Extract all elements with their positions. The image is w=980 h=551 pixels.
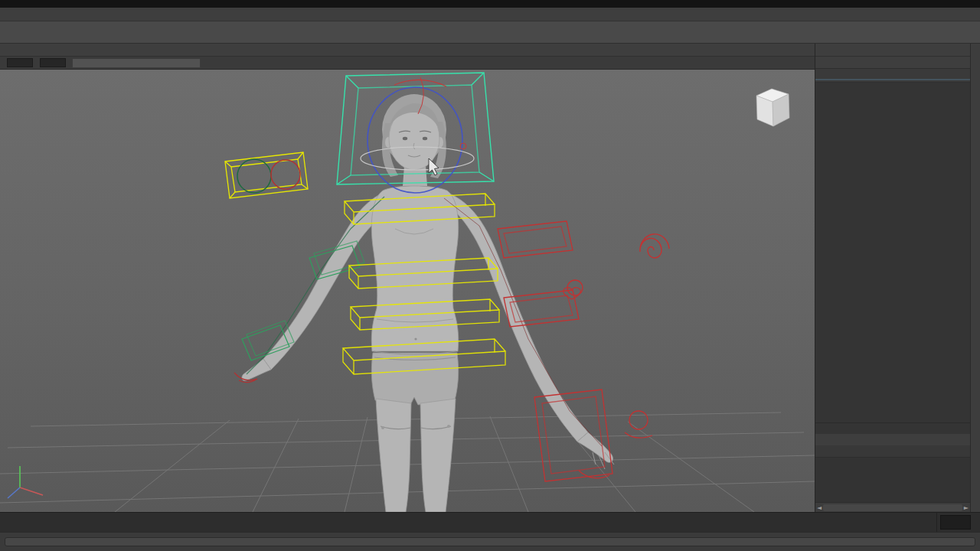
gamma-field-group (38, 58, 66, 67)
playback-controls (974, 513, 980, 532)
scroll-right-icon[interactable]: ► (964, 504, 969, 511)
scroll-left-icon[interactable]: ◄ (817, 504, 822, 511)
shape-node-name[interactable] (815, 79, 970, 80)
channel-box-header-icons (815, 44, 970, 57)
panel-menu-bar (0, 44, 815, 57)
viewport-toolbar (0, 57, 815, 70)
main-area: ◄ ► (0, 44, 980, 512)
channel-box-body: ◄ ► (815, 69, 970, 512)
viewport-canvas[interactable] (0, 70, 815, 512)
current-frame-field[interactable] (940, 515, 971, 530)
time-slider (0, 512, 980, 532)
viewport[interactable] (0, 70, 815, 512)
exposure-input[interactable] (7, 58, 33, 67)
channel-box-panel: ◄ ► (815, 44, 970, 512)
range-slider-track[interactable] (5, 537, 975, 546)
range-slider (0, 532, 980, 551)
shelf (0, 21, 980, 44)
scrollbar-track[interactable] (823, 504, 962, 511)
channel-box-scrollbar[interactable]: ◄ ► (815, 502, 970, 512)
layer-editor-menus (815, 434, 970, 445)
viewport-panel (0, 44, 815, 512)
layer-editor-toolbar (815, 445, 970, 458)
colorspace-dropdown[interactable] (72, 58, 201, 68)
titlebar (0, 0, 980, 8)
exposure-field-group (5, 58, 33, 67)
channel-box-empty-area (815, 82, 970, 422)
timeline-ruler[interactable] (0, 513, 937, 532)
gamma-input[interactable] (40, 58, 66, 67)
shapes-header (815, 73, 970, 79)
channel-box-tabs (815, 57, 970, 69)
main-menu-bar (0, 8, 980, 21)
layer-editor-empty-area (815, 458, 970, 502)
view-cube[interactable] (756, 89, 789, 126)
right-sidebar (970, 44, 980, 512)
layer-editor-tabs (815, 422, 970, 434)
maya-window: ◄ ► (0, 0, 980, 551)
